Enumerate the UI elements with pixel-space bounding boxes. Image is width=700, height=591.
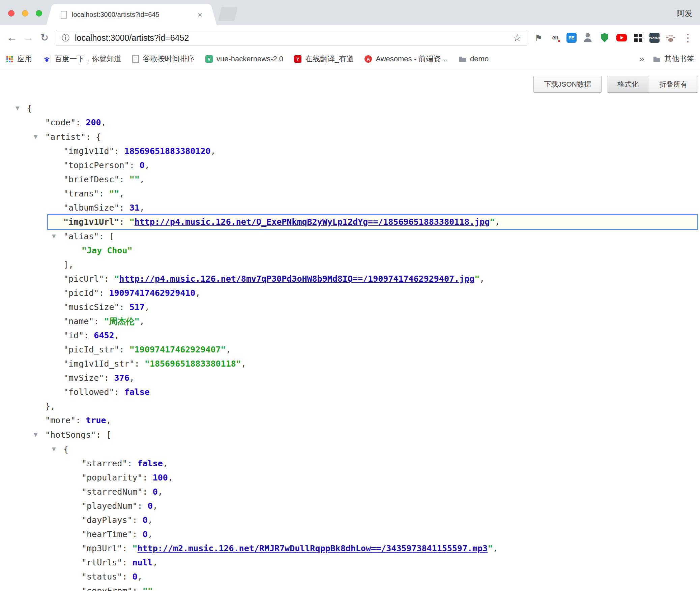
url-text[interactable]: localhost:3000/artists?id=6452 [75, 33, 509, 43]
minimize-window-button[interactable] [22, 10, 28, 17]
json-line: ], [0, 258, 700, 272]
format-button[interactable]: 格式化 [607, 76, 649, 93]
bookmark-baidu[interactable]: 百度一下，你就知道 [43, 54, 121, 64]
json-url-link[interactable]: http://m2.music.126.net/RMJR7wDullRqppBk… [138, 543, 488, 553]
json-punctuation: : [86, 132, 96, 142]
bookmark-apps[interactable]: 应用 [6, 54, 32, 64]
close-window-button[interactable] [8, 10, 14, 17]
json-string: "" [129, 175, 140, 184]
json-key: "mp3Url" [82, 543, 122, 553]
awesomes-icon: A [364, 55, 372, 63]
json-punctuation: : [133, 586, 143, 591]
json-viewer-actions: 下载JSON数据 格式化 折叠所有 [533, 76, 698, 93]
profile-name[interactable]: 阿发 [676, 8, 693, 19]
json-punctuation: : [143, 487, 153, 497]
json-key: "hearTime" [82, 529, 133, 539]
json-number: 0 [153, 487, 158, 497]
collapse-toggle-icon[interactable]: ▼ [32, 428, 45, 442]
json-punctuation: : [119, 345, 129, 354]
json-line: "starred": false, [0, 457, 700, 471]
json-line: "playedNum": 0, [0, 499, 700, 513]
bookmark-awesomes[interactable]: AAwesomes - 前端资… [364, 54, 448, 64]
bookmark-star-icon[interactable]: ☆ [513, 32, 522, 43]
back-button[interactable]: ← [4, 32, 20, 44]
json-punctuation: : [119, 203, 129, 213]
json-line: ▼"artist": { [0, 130, 700, 144]
bookmark-label: demo [470, 55, 489, 63]
youdao-icon: Y [294, 55, 301, 63]
browser-tab[interactable]: localhost:3000/artists?id=645 × [54, 4, 209, 25]
collapse-toggle-icon[interactable]: ▼ [32, 130, 45, 144]
bookmarks-bar: 应用 百度一下，你就知道谷歌按时间排序Vvue-hackernews-2.0Y在… [0, 50, 700, 68]
site-info-icon[interactable]: ⓘ [62, 33, 69, 43]
flag-extension-icon-glyph: ⚑ [535, 33, 542, 43]
json-punctuation: , [153, 586, 158, 591]
navigation-bar: ← → ↻ ⓘ localhost:3000/artists?id=6452 ☆… [0, 25, 700, 50]
json-number: 6452 [94, 331, 114, 340]
json-punctuation: : [138, 501, 148, 511]
new-tab-button[interactable] [218, 7, 238, 21]
json-url-link[interactable]: http://p4.music.126.net/8mv7qP30Pd3oHW8b… [119, 274, 475, 284]
bookmark-other-folder[interactable]: 其他书签 [653, 54, 694, 64]
json-key: "starred" [82, 459, 127, 468]
fullscreen-window-button[interactable] [36, 10, 42, 17]
bookmark-page[interactable]: 谷歌按时间排序 [132, 54, 195, 64]
collapse-toggle-icon[interactable]: ▼ [13, 101, 27, 115]
tab-close-icon[interactable]: × [198, 10, 202, 20]
json-line-highlighted: "img1v1Url": "http://p4.music.126.net/Q_… [47, 214, 698, 230]
download-json-button[interactable]: 下载JSON数据 [533, 76, 602, 93]
json-line: "Jay Chou" [0, 244, 700, 258]
collapse-toggle-icon[interactable]: ▼ [50, 229, 63, 243]
json-punctuation: , [140, 175, 145, 184]
flag-extension-icon[interactable]: ⚑ [533, 32, 544, 43]
json-key: "popularity" [82, 473, 143, 483]
bookmark-folder[interactable]: demo [459, 55, 489, 63]
json-punctuation: : [129, 160, 140, 170]
json-boolean: true [86, 415, 106, 425]
forward-button[interactable]: → [20, 32, 36, 44]
json-punctuation: , [211, 146, 216, 156]
json-punctuation: : [99, 231, 109, 241]
json-punctuation: , [226, 345, 231, 354]
json-punctuation: : [122, 558, 132, 567]
translate-extension-icon[interactable]: en [550, 32, 561, 43]
youtube-extension-icon[interactable] [616, 32, 627, 43]
json-number: 517 [129, 302, 145, 312]
json-key: "img1v1Id_str" [63, 359, 135, 369]
bookmark-label: 在线翻译_有道 [305, 54, 354, 64]
reload-button[interactable]: ↻ [36, 32, 53, 43]
json-punctuation: : [84, 331, 94, 340]
json-string: "Jay Chou" [82, 246, 133, 255]
json-key: "code" [45, 118, 76, 127]
profile-extension-icon[interactable] [582, 32, 593, 43]
player-extension-icon[interactable]: PLAYER [649, 33, 660, 43]
page-document-icon [61, 11, 67, 19]
awesomes-glyph: A [367, 57, 370, 62]
baidu-icon [43, 55, 51, 63]
collapse-all-button[interactable]: 折叠所有 [649, 76, 698, 93]
adblock-shield-icon[interactable] [599, 32, 610, 43]
json-line: "trans": "", [0, 187, 700, 201]
bookmark-vue[interactable]: Vvue-hackernews-2.0 [205, 55, 283, 63]
json-key: "mvSize" [63, 373, 104, 383]
json-punctuation: , [148, 529, 153, 539]
fe-extension-icon[interactable]: FE [566, 33, 577, 43]
json-key: "trans" [63, 189, 99, 198]
json-line: "starredNum": 0, [0, 485, 700, 499]
json-punctuation: , [106, 415, 111, 425]
qr-scan-extension-icon[interactable] [633, 32, 644, 43]
json-line: ▼{ [0, 442, 700, 457]
address-bar[interactable]: ⓘ localhost:3000/artists?id=6452 ☆ [56, 30, 527, 46]
json-punctuation: , [138, 572, 143, 582]
browser-menu-button[interactable]: ⋮ [680, 32, 696, 44]
json-url-link[interactable]: http://p4.music.126.net/Q_ExePNkmqB2yWyL… [135, 217, 490, 227]
tab-strip: localhost:3000/artists?id=645 × 阿发 [0, 0, 700, 25]
json-punctuation: : [122, 572, 132, 582]
bookmark-youdao[interactable]: Y在线翻译_有道 [294, 54, 354, 64]
bookmarks-overflow-chevron[interactable]: » [639, 54, 644, 64]
paw-extension-icon[interactable] [665, 32, 676, 43]
json-line: "rtUrls": null, [0, 556, 700, 570]
json-number: 0 [143, 515, 148, 525]
collapse-toggle-icon[interactable]: ▼ [50, 442, 63, 456]
youdao-glyph: Y [296, 57, 299, 62]
